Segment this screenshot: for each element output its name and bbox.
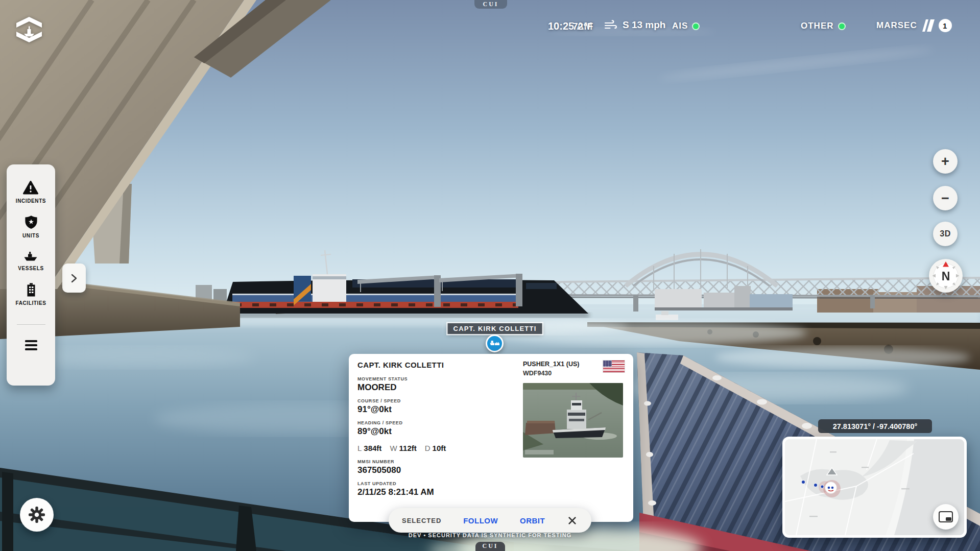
follow-button[interactable]: FOLLOW (463, 516, 498, 525)
marsec-slashes-icon (921, 19, 935, 32)
zoom-in-button[interactable]: + (933, 149, 958, 174)
cui-banner-bottom: CUI (475, 542, 505, 551)
wind-speed: S 13 mph (623, 19, 665, 31)
ship-icon (23, 250, 38, 262)
sidebar-expand-button[interactable] (62, 263, 86, 293)
vessel-marker[interactable] (486, 334, 504, 352)
minimap-expand-button[interactable] (933, 504, 959, 530)
other-status-dot (838, 22, 846, 30)
vessel-photo (523, 383, 623, 458)
warning-triangle-icon (23, 181, 38, 195)
vessel-info-right: PUSHER_1X1 (US) WDF9430 (523, 361, 625, 515)
vessel-title: CAPT. KIRK COLLETTI (357, 361, 523, 369)
field-mmsi: MMSI NUMBER 367505080 (357, 459, 523, 475)
sidebar-item-label: VESSELS (18, 266, 43, 271)
other-status[interactable]: OTHER (801, 21, 846, 31)
compass-control[interactable]: N (928, 258, 963, 293)
sidebar-item-vessels[interactable]: VESSELS (18, 250, 43, 271)
orbit-button[interactable]: ORBIT (520, 516, 545, 525)
3d-mode-button[interactable]: 3D (933, 222, 958, 246)
hamburger-menu-button[interactable] (25, 340, 37, 350)
sidebar-divider (17, 324, 45, 325)
other-label: OTHER (801, 21, 834, 31)
vessel-callsign: WDF9430 (523, 370, 579, 377)
building-icon (25, 282, 38, 297)
field-last-updated: LAST UPDATED 2/11/25 8:21:41 AM (357, 481, 523, 497)
sidebar-item-units[interactable]: UNITS (22, 215, 39, 238)
close-icon (568, 516, 577, 525)
zoom-out-button[interactable]: − (933, 186, 958, 210)
ais-status[interactable]: AIS (672, 21, 700, 31)
tugboat-marker-icon (489, 340, 500, 347)
ais-status-dot (692, 22, 700, 30)
vessel-action-bar: SELECTED FOLLOW ORBIT (389, 508, 591, 533)
shield-star-icon (25, 215, 38, 229)
gear-icon (28, 506, 45, 523)
hamburger-icon (25, 340, 37, 342)
sidebar-item-facilities[interactable]: FACILITIES (16, 282, 46, 306)
temperature: 72°F (572, 21, 593, 32)
compass-north-label: N (942, 270, 950, 283)
sidebar-item-label: UNITS (22, 233, 39, 238)
sidebar-item-incidents[interactable]: INCIDENTS (16, 181, 46, 204)
cursor-coordinates: 27.813071° / -97.400780° (818, 419, 932, 433)
wind-status: S 13 mph (604, 19, 665, 31)
chevron-right-icon (70, 273, 78, 283)
settings-button[interactable] (20, 498, 54, 532)
field-course-speed: COURSE / SPEED 91°@0kt (357, 398, 523, 415)
vessel-type: PUSHER_1X1 (US) (523, 361, 579, 368)
sidebar-item-label: INCIDENTS (16, 198, 46, 204)
sidebar-item-label: FACILITIES (16, 300, 46, 306)
wind-icon (604, 19, 618, 31)
vessel-info-panel: CAPT. KIRK COLLETTI MOVEMENT STATUS MOOR… (349, 354, 633, 522)
marsec-level-badge: 1 (939, 19, 952, 32)
field-heading-speed: HEADING / SPEED 89°@0kt (357, 420, 523, 437)
vessel-marker-label[interactable]: CAPT. KIRK COLLETTI (448, 323, 542, 334)
close-panel-button[interactable] (567, 515, 578, 526)
marsec-label: MARSEC (876, 20, 917, 31)
vessel-dimensions: L384ft W112ft D10ft (357, 444, 523, 452)
field-movement-status: MOVEMENT STATUS MOORED (357, 376, 523, 393)
pip-icon (939, 511, 953, 522)
sidebar: INCIDENTS UNITS VESSELS FACILITIES (7, 164, 55, 386)
cui-banner-top: CUI (474, 0, 507, 9)
vessel-info-left: CAPT. KIRK COLLETTI MOVEMENT STATUS MOOR… (357, 361, 523, 515)
minimap-selected-marker (825, 482, 837, 494)
ais-label: AIS (672, 21, 688, 31)
marsec-badge[interactable]: MARSEC 1 (876, 19, 952, 32)
us-flag-icon (603, 361, 625, 372)
selected-mode-tab[interactable]: SELECTED (402, 517, 441, 524)
